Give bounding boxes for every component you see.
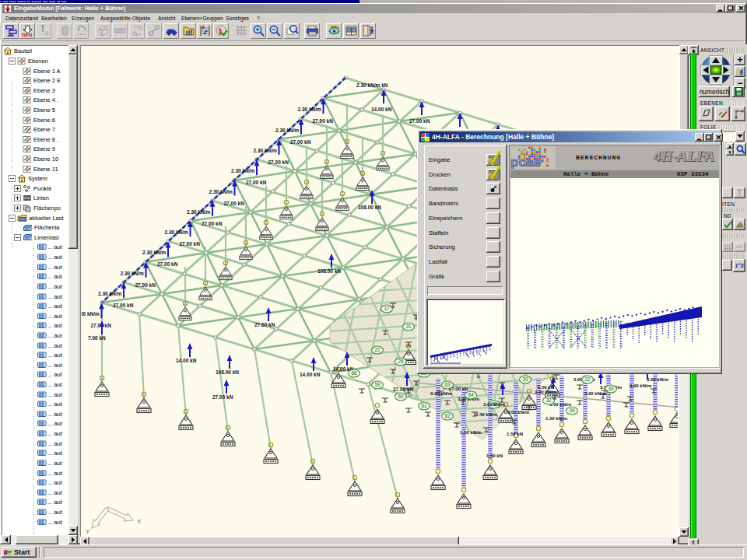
svg-text:2.30 kN/m: 2.30 kN/m — [165, 229, 189, 235]
svg-text:1.50 kN/m: 1.50 kN/m — [460, 430, 482, 435]
svg-text:1.50 kN: 1.50 kN — [538, 385, 554, 390]
svg-text:27.00 kN: 27.00 kN — [246, 180, 267, 185]
svg-text:2.30 kN/m: 2.30 kN/m — [142, 250, 167, 255]
svg-text:0.90 kN/m: 0.90 kN/m — [430, 391, 452, 396]
svg-text:pcae: pcae — [510, 155, 542, 169]
svg-text:60: 60 — [398, 394, 404, 399]
svg-text:27.00 kN: 27.00 kN — [268, 159, 289, 164]
svg-text:0.90 kN/m: 0.90 kN/m — [630, 383, 651, 388]
svg-text:3.00 kN/m: 3.00 kN/m — [584, 391, 606, 396]
svg-text:27.00 kN: 27.00 kN — [157, 261, 178, 267]
svg-text:2.30 kN/m: 2.30 kN/m — [298, 107, 322, 112]
svg-text:2.30 kN/m kN: 2.30 kN/m kN — [356, 82, 388, 88]
svg-text:1.50 kN/m: 1.50 kN/m — [545, 416, 567, 421]
svg-text:30: 30 — [608, 386, 614, 391]
svg-text:27.00 kN: 27.00 kN — [224, 200, 245, 205]
svg-text:62: 62 — [444, 413, 451, 418]
svg-text:63: 63 — [444, 382, 451, 387]
svg-text:108.00 kN: 108.00 kN — [317, 268, 341, 274]
svg-text:1.50 kN: 1.50 kN — [507, 432, 523, 436]
svg-text:2.40 kN/m: 2.40 kN/m — [475, 412, 497, 417]
svg-text:64: 64 — [468, 392, 474, 397]
svg-text:1.50 kN: 1.50 kN — [486, 453, 503, 458]
svg-text:20: 20 — [522, 376, 528, 382]
svg-text:14.00 kN: 14.00 kN — [300, 372, 321, 377]
svg-text:17: 17 — [384, 306, 390, 311]
svg-text:X: X — [137, 518, 142, 525]
svg-text:3.00 kN/m: 3.00 kN/m — [647, 377, 668, 382]
svg-text:Y: Y — [86, 528, 90, 535]
svg-text:27.00 kN: 27.00 kN — [135, 282, 156, 287]
svg-text:22: 22 — [584, 376, 591, 382]
svg-text:108.00 kN: 108.00 kN — [216, 369, 239, 375]
svg-text:neu: neu — [22, 31, 33, 38]
svg-text:61: 61 — [421, 403, 427, 408]
svg-text:27.00 kN: 27.00 kN — [113, 303, 134, 308]
svg-text:27.00 kN: 27.00 kN — [290, 138, 311, 144]
svg-text:59: 59 — [374, 382, 381, 387]
svg-text:0.90 kN/m: 0.90 kN/m — [535, 390, 556, 394]
svg-text:14.00 kN: 14.00 kN — [371, 107, 392, 112]
svg-text:7.00 kN: 7.00 kN — [88, 335, 106, 341]
svg-text:2.30 kN/m: 2.30 kN/m — [209, 188, 233, 194]
svg-text:2.30 kN/m: 2.30 kN/m — [254, 147, 278, 152]
svg-text:27.00 kN: 27.00 kN — [202, 220, 223, 226]
svg-text:66: 66 — [351, 370, 357, 376]
svg-text:32: 32 — [545, 397, 552, 403]
svg-text:34: 34 — [569, 408, 575, 413]
svg-text:2.30 kN/m: 2.30 kN/m — [121, 270, 145, 275]
svg-text:27.00 kN: 27.00 kN — [409, 118, 430, 124]
svg-text:2.30 kN/m: 2.30 kN/m — [98, 291, 122, 296]
svg-text:2.30 kN/m: 2.30 kN/m — [231, 168, 255, 173]
svg-text:14.00 kN: 14.00 kN — [176, 358, 197, 363]
svg-text:21: 21 — [374, 347, 381, 352]
svg-text:3.00 kN/m: 3.00 kN/m — [483, 402, 505, 407]
svg-text:25: 25 — [398, 359, 404, 364]
svg-text:108.00 kN: 108.00 kN — [358, 205, 381, 210]
svg-text:31: 31 — [405, 324, 412, 329]
svg-text:2.30 kN/m: 2.30 kN/m — [82, 311, 100, 317]
svg-text:27.00 kN: 27.00 kN — [180, 241, 201, 247]
svg-text:3.00 kN/m: 3.00 kN/m — [507, 410, 529, 415]
svg-text:27.00 kN: 27.00 kN — [254, 322, 275, 327]
svg-text:2.30 kN/m: 2.30 kN/m — [275, 127, 300, 132]
svg-text:27.00 kN: 27.00 kN — [313, 118, 334, 124]
svg-text:27.00 kN: 27.00 kN — [212, 394, 233, 400]
svg-text:2.30 kN/m: 2.30 kN/m — [187, 208, 211, 214]
